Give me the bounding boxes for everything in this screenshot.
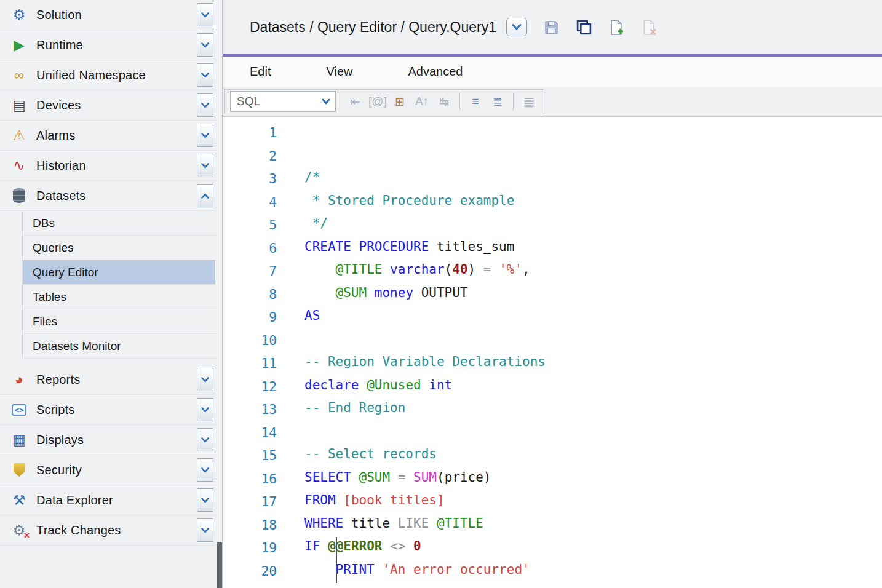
dropdown-toggle-button[interactable] bbox=[197, 63, 213, 87]
namespace-links-icon: ∞ bbox=[7, 65, 31, 85]
sidebar-item-label: Alarms bbox=[31, 129, 197, 143]
sidebar-item-label: Devices bbox=[31, 98, 197, 113]
line-number: 5 bbox=[223, 214, 277, 237]
line-number: 11 bbox=[223, 352, 277, 376]
sidebar-subitem-datasets-monitor[interactable]: Datasets Monitor bbox=[23, 334, 215, 359]
sidebar-subitem-files[interactable]: Files bbox=[23, 309, 215, 334]
menubar: EditViewAdvanced bbox=[223, 57, 882, 87]
code-line: /* bbox=[304, 166, 882, 189]
reports-pie-icon: ◕ bbox=[7, 369, 31, 390]
sidebar-scrollbar-thumb[interactable] bbox=[217, 542, 222, 588]
sidebar-item-reports[interactable]: ◕Reports bbox=[0, 365, 217, 395]
code-line bbox=[304, 328, 882, 351]
code-editor[interactable]: 1234567891011121314151617181920 /* * Sto… bbox=[223, 117, 882, 588]
uppercase-icon[interactable]: A↑ bbox=[412, 92, 432, 111]
sidebar-subitem-tables[interactable]: Tables bbox=[23, 285, 215, 309]
dropdown-toggle-button[interactable] bbox=[197, 3, 213, 26]
security-shield-icon bbox=[7, 459, 31, 480]
save-all-icon bbox=[576, 19, 592, 36]
parameter-icon[interactable]: [@] bbox=[368, 92, 387, 111]
sidebar-item-unified-namespace[interactable]: ∞Unified Namespace bbox=[0, 60, 217, 90]
dropdown-toggle-button[interactable] bbox=[197, 398, 213, 421]
editor-header: Datasets / Query Editor / Query.Query1 bbox=[223, 0, 882, 54]
line-number: 2 bbox=[223, 145, 277, 169]
sidebar-subitem-dbs[interactable]: DBs bbox=[23, 211, 215, 236]
toolbar-separator bbox=[513, 93, 514, 110]
document-icon[interactable]: ▤ bbox=[519, 92, 539, 111]
dropdown-toggle-button[interactable] bbox=[197, 368, 213, 391]
menu-view[interactable]: View bbox=[326, 65, 352, 79]
code-line: CREATE PROCEDURE titles_sum bbox=[304, 236, 882, 259]
format-lines-icon[interactable]: ≣ bbox=[488, 92, 507, 111]
line-number: 9 bbox=[223, 306, 277, 330]
sidebar-item-datasets[interactable]: Datasets bbox=[0, 181, 217, 211]
save-all-button[interactable] bbox=[574, 17, 594, 37]
sidebar-item-devices[interactable]: ▤Devices bbox=[0, 90, 217, 121]
code-line: */ bbox=[304, 212, 882, 236]
code-area[interactable]: /* * Stored Procedure example */CREATE P… bbox=[290, 117, 882, 588]
breadcrumb-dropdown-button[interactable] bbox=[506, 18, 527, 36]
sidebar-item-alarms[interactable]: ⚠Alarms bbox=[0, 121, 217, 151]
line-number: 20 bbox=[223, 560, 277, 584]
dropdown-toggle-button[interactable] bbox=[197, 124, 213, 147]
sidebar-item-label: Datasets bbox=[31, 189, 197, 203]
dropdown-toggle-button[interactable] bbox=[197, 184, 213, 207]
sidebar-item-historian[interactable]: ∿Historian bbox=[0, 151, 217, 181]
dropdown-toggle-button[interactable] bbox=[197, 488, 213, 512]
sidebar-item-security[interactable]: Security bbox=[0, 455, 217, 485]
code-line: @SUM money OUTPUT bbox=[304, 282, 882, 305]
alarm-warning-icon: ⚠ bbox=[7, 125, 31, 146]
code-line: WHERE title LIKE @TITLE bbox=[304, 512, 882, 536]
line-number: 8 bbox=[223, 284, 277, 307]
menu-edit[interactable]: Edit bbox=[250, 65, 271, 79]
sidebar-item-displays[interactable]: ▦Displays bbox=[0, 425, 217, 455]
sidebar-scrollbar[interactable] bbox=[217, 0, 223, 588]
save-button[interactable] bbox=[542, 17, 562, 37]
menu-advanced[interactable]: Advanced bbox=[408, 65, 463, 79]
line-number: 16 bbox=[223, 468, 277, 491]
dropdown-toggle-button[interactable] bbox=[197, 154, 213, 177]
sidebar-subitem-query-editor[interactable]: Query Editor bbox=[23, 260, 215, 285]
sidebar-item-label: Displays bbox=[31, 433, 197, 447]
sidebar-item-label: Reports bbox=[31, 373, 197, 387]
dropdown-toggle-button[interactable] bbox=[197, 93, 213, 117]
schema-tree-icon[interactable]: ⊞ bbox=[390, 92, 410, 111]
case-convert-icon[interactable]: ↹ bbox=[434, 92, 454, 111]
gear-icon: ⚙ bbox=[7, 4, 31, 25]
sidebar-subitem-queries[interactable]: Queries bbox=[23, 236, 215, 260]
dropdown-toggle-button[interactable] bbox=[197, 428, 213, 451]
chevron-down-icon bbox=[511, 23, 522, 31]
sidebar-item-data-explorer[interactable]: ⚒Data Explorer bbox=[0, 485, 217, 515]
line-number: 4 bbox=[223, 191, 277, 215]
delete-document-icon bbox=[641, 19, 658, 36]
sidebar-item-label: Unified Namespace bbox=[31, 68, 197, 82]
code-line: AS bbox=[304, 304, 882, 328]
code-line: @TITLE varchar(40) = '%', bbox=[304, 258, 882, 282]
line-number: 3 bbox=[223, 168, 277, 191]
align-justify-icon[interactable]: ≡ bbox=[466, 92, 485, 111]
sidebar-item-label: Data Explorer bbox=[31, 493, 197, 507]
sidebar-list: ⚙Solution▶Runtime∞Unified Namespace▤Devi… bbox=[0, 0, 217, 546]
language-select[interactable]: SQL bbox=[230, 91, 336, 112]
new-document-button[interactable] bbox=[607, 17, 627, 37]
code-line: -- Region Variable Declarations bbox=[304, 351, 882, 374]
dropdown-toggle-button[interactable] bbox=[197, 33, 213, 57]
save-icon bbox=[543, 19, 560, 36]
caret bbox=[336, 537, 337, 583]
line-number: 19 bbox=[223, 537, 277, 560]
breadcrumb: Datasets / Query Editor / Query.Query1 bbox=[250, 19, 496, 36]
dropdown-toggle-button[interactable] bbox=[197, 458, 213, 482]
sidebar-item-solution[interactable]: ⚙Solution bbox=[0, 0, 217, 30]
line-number: 1 bbox=[223, 122, 277, 145]
delete-document-button[interactable] bbox=[640, 17, 659, 37]
line-number: 18 bbox=[223, 514, 277, 538]
code-line bbox=[304, 581, 882, 588]
sidebar-item-track-changes[interactable]: ⚙×Track Changes bbox=[0, 515, 217, 546]
dropdown-toggle-button[interactable] bbox=[197, 518, 213, 542]
sidebar-item-scripts[interactable]: <>Scripts bbox=[0, 395, 217, 425]
data-explorer-wrench-icon: ⚒ bbox=[7, 490, 31, 511]
toolbar: SQL ⇤[@]⊞A↑↹≡≣▤ bbox=[223, 87, 882, 117]
indent-icon[interactable]: ⇤ bbox=[346, 92, 365, 111]
sidebar-sublist: DBsQueriesQuery EditorTablesFilesDataset… bbox=[22, 211, 215, 359]
sidebar-item-runtime[interactable]: ▶Runtime bbox=[0, 30, 217, 60]
